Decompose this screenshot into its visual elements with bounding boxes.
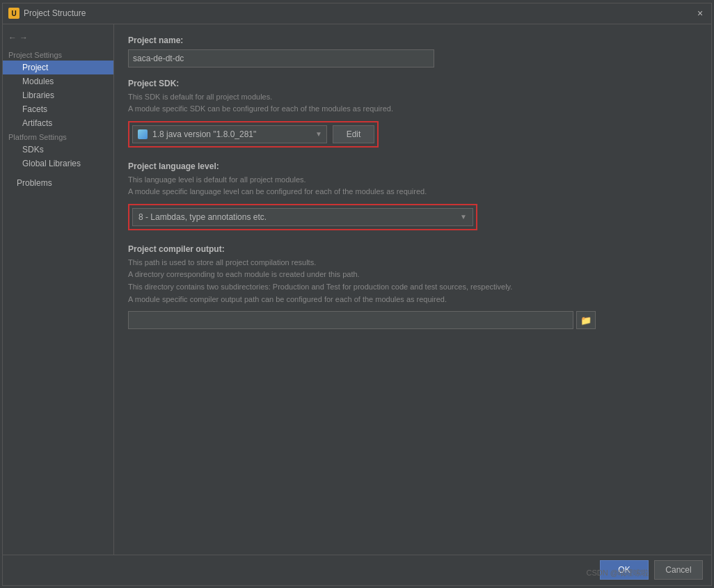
sdk-dropdown[interactable]: 1.8 java version "1.8.0_281" ▼ (132, 125, 327, 143)
lang-desc-2: A module specific language level can be … (128, 187, 427, 196)
project-sdk-label: Project SDK: (128, 79, 697, 88)
sidebar-item-libraries[interactable]: Libraries (3, 88, 113, 102)
watermark: CSDN @哦哩嗦啦 (587, 568, 649, 578)
lang-desc-1: This language level is default for all p… (128, 175, 306, 184)
compiler-desc-2: A directory corresponding to each module… (128, 270, 360, 278)
compiler-desc-4: A module specific compiler output path c… (128, 295, 447, 303)
sidebar-item-artifacts[interactable]: Artifacts (3, 116, 113, 130)
bottom-bar: OK Cancel CSDN @哦哩嗦啦 (3, 555, 711, 585)
language-level-desc: This language level is default for all p… (128, 174, 697, 198)
sidebar-item-modules[interactable]: Modules (3, 74, 113, 88)
sidebar-item-global-libraries[interactable]: Global Libraries (3, 157, 113, 170)
sidebar: ← → Project Settings Project Modules Lib… (3, 24, 114, 555)
sdk-row: 1.8 java version "1.8.0_281" ▼ Edit (128, 121, 379, 148)
sdk-desc-1: This SDK is default for all project modu… (128, 93, 272, 101)
compiler-output-desc: This path is used to store all project c… (128, 257, 697, 305)
cancel-button[interactable]: Cancel (654, 560, 703, 580)
compiler-output-label: Project compiler output: (128, 244, 697, 254)
title-bar: U Project Structure × (3, 3, 711, 24)
compiler-output-input[interactable] (128, 311, 573, 329)
compiler-output-row: 📁 (128, 311, 697, 329)
java-icon (138, 129, 148, 139)
edit-sdk-button[interactable]: Edit (333, 125, 374, 143)
main-content: Project name: Project SDK: This SDK is d… (114, 24, 711, 555)
nav-arrows: ← → (3, 30, 113, 45)
project-structure-dialog: U Project Structure × ← → Project Settin… (2, 3, 712, 586)
dialog-title: Project Structure (24, 8, 86, 18)
sdk-desc-2: A module specific SDK can be configured … (128, 104, 393, 113)
language-level-dropdown[interactable]: 8 - Lambdas, type annotations etc. ▼ (132, 208, 473, 226)
sidebar-item-project[interactable]: Project (3, 61, 113, 74)
folder-icon: 📁 (580, 315, 592, 326)
lang-dropdown-arrow: ▼ (460, 213, 467, 221)
forward-arrow[interactable]: → (19, 33, 28, 42)
platform-settings-label: Platform Settings (3, 130, 113, 143)
app-icon: U (8, 8, 19, 19)
folder-browse-button[interactable]: 📁 (576, 311, 596, 329)
sidebar-item-problems[interactable]: Problems (3, 176, 113, 190)
sdk-value: 1.8 java version "1.8.0_281" (152, 129, 256, 139)
content-area: ← → Project Settings Project Modules Lib… (3, 24, 711, 555)
sdk-icon (137, 129, 148, 140)
language-level-label: Project language level: (128, 161, 697, 171)
project-name-input[interactable] (128, 49, 434, 67)
sidebar-item-facets[interactable]: Facets (3, 102, 113, 116)
back-arrow[interactable]: ← (8, 33, 17, 42)
compiler-desc-1: This path is used to store all project c… (128, 258, 316, 267)
project-name-label: Project name: (128, 35, 697, 45)
language-level-row: 8 - Lambdas, type annotations etc. ▼ (128, 204, 477, 230)
sidebar-item-sdks[interactable]: SDKs (3, 143, 113, 157)
project-sdk-desc: This SDK is default for all project modu… (128, 91, 697, 116)
sdk-dropdown-arrow: ▼ (315, 130, 322, 138)
close-button[interactable]: × (695, 8, 706, 19)
sdk-dropdown-inner: 1.8 java version "1.8.0_281" (137, 129, 256, 140)
compiler-desc-3: This directory contains two subdirectori… (128, 283, 512, 291)
title-bar-left: U Project Structure (8, 8, 86, 19)
language-level-value: 8 - Lambdas, type annotations etc. (138, 212, 267, 222)
project-settings-label: Project Settings (3, 48, 113, 61)
